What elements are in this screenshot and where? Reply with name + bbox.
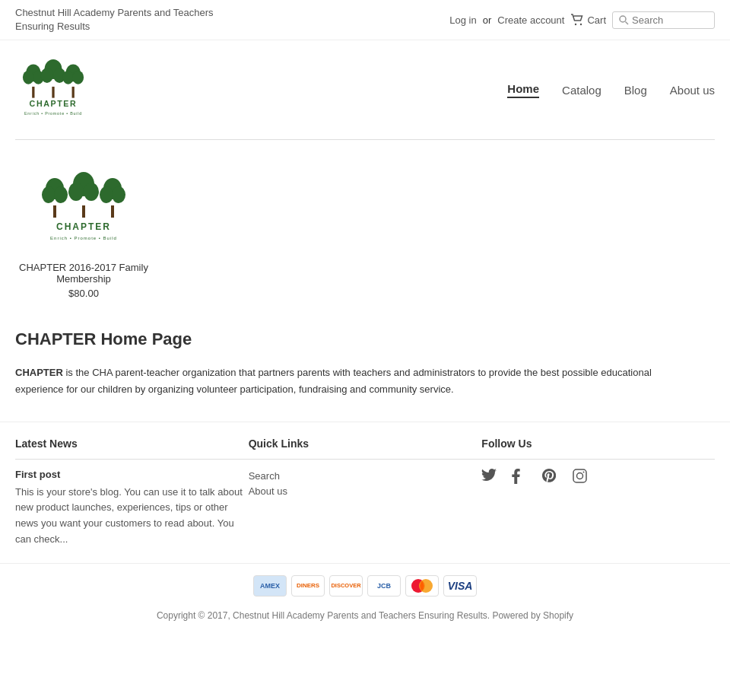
footer-follow-us: Follow Us (481, 438, 715, 548)
main-nav: Home Catalog Blog About us (507, 82, 715, 98)
svg-point-1 (580, 24, 582, 25)
twitter-icon[interactable] (481, 469, 503, 490)
nav-home[interactable]: Home (507, 82, 539, 98)
quick-search-link[interactable]: Search (249, 469, 482, 485)
top-bar: Chestnut Hill Academy Parents and Teache… (0, 0, 730, 40)
svg-point-27 (100, 186, 113, 203)
social-icons (481, 469, 715, 490)
product-logo: CHAPTER Enrich • Promote • Build (34, 169, 133, 249)
svg-point-23 (68, 183, 84, 201)
svg-point-13 (62, 71, 74, 84)
home-content: CHAPTER Home Page CHAPTER is the CHA par… (0, 322, 730, 421)
store-tagline: Chestnut Hill Academy Parents and Teache… (15, 6, 214, 33)
svg-text:CHAPTER: CHAPTER (30, 99, 78, 108)
facebook-icon[interactable] (512, 469, 533, 490)
product-price: $80.00 (15, 288, 152, 299)
cart-icon (570, 14, 584, 26)
quick-links-divider (249, 459, 482, 460)
svg-point-33 (577, 473, 583, 479)
search-input[interactable] (632, 14, 708, 26)
payment-row: AMEX DINERS DISCOVER JCB VISA (0, 563, 730, 604)
home-desc-text: is the CHA parent-teacher organization t… (15, 367, 652, 395)
instagram-icon[interactable] (573, 469, 594, 490)
diners-icon: DINERS (291, 575, 325, 597)
svg-point-24 (84, 183, 99, 201)
copyright-text: Copyright © 2017, Chestnut Hill Academy … (157, 610, 573, 621)
chapter-bold: CHAPTER (15, 367, 63, 378)
home-page-title: CHAPTER Home Page (15, 329, 715, 349)
search-icon (619, 15, 629, 25)
home-description: CHAPTER is the CHA parent-teacher organi… (15, 364, 700, 398)
or-separator: or (483, 14, 492, 26)
svg-point-9 (41, 68, 53, 84)
mastercard-icon (405, 575, 439, 597)
svg-point-28 (112, 186, 125, 203)
svg-point-34 (583, 471, 585, 473)
svg-rect-15 (72, 87, 75, 98)
login-link[interactable]: Log in (449, 14, 476, 26)
follow-us-divider (481, 459, 715, 460)
product-image: CHAPTER Enrich • Promote • Build (25, 163, 143, 254)
search-area[interactable] (612, 11, 715, 29)
product-card[interactable]: CHAPTER Enrich • Promote • Build CHAPTER… (15, 163, 152, 299)
copyright: Copyright © 2017, Chestnut Hill Academy … (0, 604, 730, 636)
site-logo: CHAPTER Enrich • Promote • Build (15, 56, 91, 124)
logo-area[interactable]: CHAPTER Enrich • Promote • Build (15, 56, 91, 124)
pinterest-icon[interactable] (542, 469, 563, 490)
first-post-title[interactable]: First post (15, 469, 249, 480)
jcb-icon: JCB (367, 575, 401, 597)
svg-point-19 (42, 186, 56, 203)
svg-text:CHAPTER: CHAPTER (56, 221, 111, 232)
svg-point-14 (72, 71, 84, 84)
svg-point-20 (54, 186, 68, 203)
cart-area[interactable]: Cart (570, 14, 606, 26)
top-bar-right: Log in or Create account Cart (449, 11, 715, 29)
quick-about-link[interactable]: About us (249, 484, 482, 500)
follow-us-heading: Follow Us (481, 438, 715, 450)
footer-latest-news: Latest News First post This is your stor… (15, 438, 249, 548)
quick-links-heading: Quick Links (249, 438, 482, 450)
discover-icon: DISCOVER (329, 575, 363, 597)
footer-columns: Latest News First post This is your stor… (0, 422, 730, 563)
nav-catalog[interactable]: Catalog (562, 84, 601, 97)
product-section: CHAPTER Enrich • Promote • Build CHAPTER… (0, 140, 730, 322)
svg-rect-11 (52, 87, 54, 98)
latest-news-divider (15, 459, 249, 460)
amex-icon: AMEX (253, 575, 287, 597)
svg-point-2 (620, 16, 626, 22)
svg-rect-25 (82, 205, 85, 218)
svg-point-5 (23, 71, 34, 84)
svg-rect-32 (573, 469, 586, 482)
nav-about[interactable]: About us (670, 84, 715, 97)
svg-text:Enrich • Promote • Build: Enrich • Promote • Build (24, 111, 82, 116)
latest-news-heading: Latest News (15, 438, 249, 450)
create-account-link[interactable]: Create account (497, 14, 564, 26)
header: CHAPTER Enrich • Promote • Build Home Ca… (0, 40, 730, 139)
product-title: CHAPTER 2016-2017 Family Membership (15, 262, 152, 285)
svg-rect-21 (53, 205, 56, 218)
mastercard-svg (408, 577, 436, 595)
svg-rect-29 (111, 205, 114, 218)
svg-rect-7 (32, 87, 34, 98)
svg-text:Enrich • Promote • Build: Enrich • Promote • Build (50, 236, 117, 240)
svg-line-3 (626, 21, 629, 24)
footer-quick-links: Quick Links Search About us (249, 438, 482, 548)
svg-point-0 (575, 24, 576, 25)
first-post-body: This is your store's blog. You can use i… (15, 485, 249, 548)
nav-blog[interactable]: Blog (624, 84, 647, 97)
visa-icon: VISA (443, 575, 477, 597)
cart-label: Cart (587, 14, 606, 26)
